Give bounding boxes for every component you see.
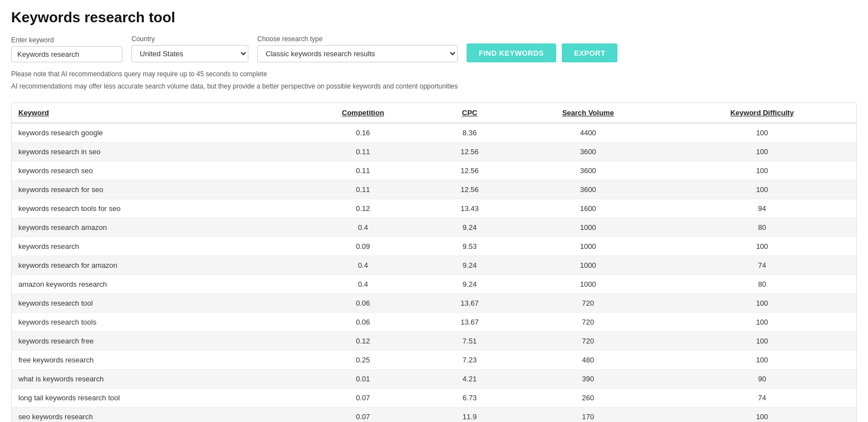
cell-keyword: keywords research google xyxy=(12,123,295,143)
find-keywords-button[interactable]: FIND KEYWORDS xyxy=(467,43,556,62)
cell-keyword-difficulty: 100 xyxy=(668,143,856,161)
page-title: Keywords research tool xyxy=(11,9,857,26)
table-row: free keywords research0.257.23480100 xyxy=(12,351,856,370)
cell-search-volume: 1000 xyxy=(508,237,668,256)
table-row: keywords research tools for seo0.1213.43… xyxy=(12,199,856,218)
cell-search-volume: 170 xyxy=(508,408,668,423)
keyword-group: Enter keyword xyxy=(11,36,122,62)
table-row: long tail keywords research tool0.076.73… xyxy=(12,389,856,408)
cell-competition: 0.06 xyxy=(295,313,431,332)
col-keyword-difficulty[interactable]: Keyword Difficulty xyxy=(668,103,856,123)
country-select[interactable]: United States United Kingdom Canada Aust… xyxy=(131,45,248,62)
research-type-select[interactable]: Classic keywords research results AI rec… xyxy=(257,45,458,62)
cell-keyword-difficulty: 80 xyxy=(668,218,856,237)
cell-cpc: 9.24 xyxy=(431,256,508,275)
cell-competition: 0.4 xyxy=(295,218,431,237)
table-row: seo keywords research0.0711.9170100 xyxy=(12,408,856,423)
table-row: keywords research amazon0.49.24100080 xyxy=(12,218,856,237)
cell-search-volume: 3600 xyxy=(508,180,668,199)
cell-cpc: 13.67 xyxy=(431,294,508,313)
cell-cpc: 13.67 xyxy=(431,313,508,332)
cell-competition: 0.11 xyxy=(295,161,431,180)
cell-keyword-difficulty: 100 xyxy=(668,123,856,143)
info-line1: Please note that AI recommendations quer… xyxy=(11,69,857,79)
cell-competition: 0.11 xyxy=(295,143,431,161)
cell-search-volume: 1600 xyxy=(508,199,668,218)
col-competition[interactable]: Competition xyxy=(295,103,431,123)
cell-search-volume: 4400 xyxy=(508,123,668,143)
cell-cpc: 12.56 xyxy=(431,143,508,161)
cell-keyword: keywords research tools xyxy=(12,313,295,332)
cell-cpc: 6.73 xyxy=(431,389,508,408)
cell-competition: 0.16 xyxy=(295,123,431,143)
table-row: keywords research for seo0.1112.56360010… xyxy=(12,180,856,199)
table-row: keywords research google0.168.364400100 xyxy=(12,123,856,143)
cell-keyword: keywords research amazon xyxy=(12,218,295,237)
cell-keyword: keywords research for seo xyxy=(12,180,295,199)
controls-row: Enter keyword Country United States Unit… xyxy=(11,35,857,62)
cell-search-volume: 390 xyxy=(508,370,668,389)
cell-keyword-difficulty: 94 xyxy=(668,199,856,218)
cell-keyword-difficulty: 100 xyxy=(668,313,856,332)
cell-keyword-difficulty: 80 xyxy=(668,275,856,294)
cell-cpc: 7.23 xyxy=(431,351,508,370)
cell-keyword-difficulty: 74 xyxy=(668,256,856,275)
cell-keyword: free keywords research xyxy=(12,351,295,370)
results-table: Keyword Competition CPC Search Volume Ke… xyxy=(12,103,856,422)
cell-keyword: seo keywords research xyxy=(12,408,295,423)
cell-keyword: amazon keywords research xyxy=(12,275,295,294)
table-row: keywords research tool0.0613.67720100 xyxy=(12,294,856,313)
cell-competition: 0.25 xyxy=(295,351,431,370)
cell-keyword-difficulty: 90 xyxy=(668,370,856,389)
cell-keyword-difficulty: 100 xyxy=(668,332,856,351)
col-cpc[interactable]: CPC xyxy=(431,103,508,123)
table-row: keywords research0.099.531000100 xyxy=(12,237,856,256)
results-table-wrapper: Keyword Competition CPC Search Volume Ke… xyxy=(11,102,857,422)
export-button[interactable]: EXPORT xyxy=(562,43,617,62)
cell-keyword: what is keywords research xyxy=(12,370,295,389)
cell-search-volume: 1000 xyxy=(508,218,668,237)
keyword-label: Enter keyword xyxy=(11,36,122,44)
cell-keyword: keywords research for amazon xyxy=(12,256,295,275)
cell-search-volume: 720 xyxy=(508,294,668,313)
cell-search-volume: 720 xyxy=(508,332,668,351)
cell-search-volume: 1000 xyxy=(508,256,668,275)
cell-cpc: 12.56 xyxy=(431,180,508,199)
cell-keyword-difficulty: 100 xyxy=(668,351,856,370)
cell-keyword-difficulty: 100 xyxy=(668,161,856,180)
col-keyword[interactable]: Keyword xyxy=(12,103,295,123)
cell-cpc: 7.51 xyxy=(431,332,508,351)
cell-competition: 0.01 xyxy=(295,370,431,389)
cell-keyword: keywords research xyxy=(12,237,295,256)
keyword-input[interactable] xyxy=(11,46,122,62)
button-row: FIND KEYWORDS EXPORT xyxy=(467,43,617,62)
cell-cpc: 9.53 xyxy=(431,237,508,256)
cell-keyword: keywords research tools for seo xyxy=(12,199,295,218)
cell-competition: 0.09 xyxy=(295,237,431,256)
cell-keyword: keywords research tool xyxy=(12,294,295,313)
table-row: keywords research in seo0.1112.563600100 xyxy=(12,143,856,161)
research-type-group: Choose research type Classic keywords re… xyxy=(257,35,458,62)
table-header-row: Keyword Competition CPC Search Volume Ke… xyxy=(12,103,856,123)
table-row: keywords research tools0.0613.67720100 xyxy=(12,313,856,332)
cell-keyword-difficulty: 74 xyxy=(668,389,856,408)
table-row: keywords research free0.127.51720100 xyxy=(12,332,856,351)
info-line2: AI recommendations may offer less accura… xyxy=(11,81,857,91)
col-search-volume[interactable]: Search Volume xyxy=(508,103,668,123)
cell-search-volume: 3600 xyxy=(508,143,668,161)
cell-cpc: 9.24 xyxy=(431,275,508,294)
cell-keyword-difficulty: 100 xyxy=(668,294,856,313)
table-row: keywords research for amazon0.49.2410007… xyxy=(12,256,856,275)
cell-keyword: keywords research seo xyxy=(12,161,295,180)
cell-search-volume: 720 xyxy=(508,313,668,332)
cell-search-volume: 260 xyxy=(508,389,668,408)
cell-cpc: 13.43 xyxy=(431,199,508,218)
cell-cpc: 11.9 xyxy=(431,408,508,423)
cell-competition: 0.06 xyxy=(295,294,431,313)
cell-keyword-difficulty: 100 xyxy=(668,237,856,256)
cell-search-volume: 480 xyxy=(508,351,668,370)
research-type-label: Choose research type xyxy=(257,35,458,43)
country-group: Country United States United Kingdom Can… xyxy=(131,35,248,62)
cell-competition: 0.4 xyxy=(295,256,431,275)
cell-competition: 0.07 xyxy=(295,389,431,408)
